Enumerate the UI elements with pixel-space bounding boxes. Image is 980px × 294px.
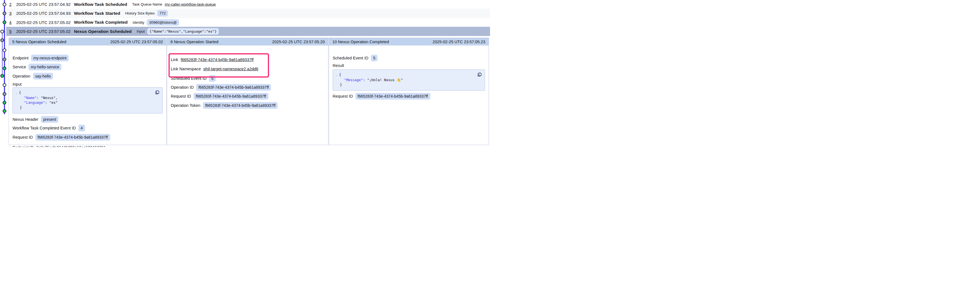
detail-field-badge: f665283f-743e-4374-b45b-9a61a89337ff — [355, 93, 430, 100]
copy-icon[interactable] — [477, 72, 482, 77]
json-key: "Language" — [24, 100, 45, 105]
detail-field-row: Endpointmy-nexus-endpoint — [13, 55, 163, 61]
detail-field-badge: present — [41, 116, 59, 123]
event-row-2[interactable]: 22025-02-25 UTC 23:57:04.92Workflow Task… — [6, 0, 490, 9]
detail-field-row: Workflow Task Completed Event ID4 — [13, 125, 163, 131]
detail-field-row: Operationsay-hello — [13, 73, 163, 79]
timeline-event-dot-completed[interactable] — [3, 21, 6, 24]
detail-field-row: Operation Tokenf665283f-743e-4374-b45b-9… — [171, 102, 325, 109]
detail-field-label: Operation Token — [171, 103, 200, 108]
detail-field-label: Scheduled Event ID — [332, 56, 368, 60]
event-attribute-value[interactable]: my-caller-workflow-task-queue — [165, 2, 216, 6]
timeline-event-dot-scheduled[interactable] — [3, 83, 6, 87]
event-id-link[interactable]: 4 — [9, 20, 16, 25]
copy-icon[interactable] — [155, 90, 160, 95]
json-text — [16, 100, 24, 105]
json-text — [336, 78, 344, 82]
json-code-block: ⌄{ "Name": "Nexus", "Language": "es" } — [13, 87, 163, 113]
detail-panel-body: Linkf665283f-743e-4374-b45b-9a61a89337ff… — [167, 46, 328, 145]
detail-panel-title: 10 Nexus Operation Completed — [332, 40, 389, 44]
detail-panel-title: 6 Nexus Operation Started — [170, 40, 218, 44]
event-row-5[interactable]: 52025-02-25 UTC 23:57:05.02Nexus Operati… — [6, 27, 490, 36]
json-text: : "Nexus", — [37, 96, 57, 100]
json-code-line: ⌄{ — [336, 72, 482, 78]
detail-field-row: Nexus Headerpresent — [13, 116, 163, 123]
detail-field-link[interactable]: 3c0c75ccfa8144b092c13ce632463761 — [36, 145, 106, 147]
json-text — [16, 96, 24, 100]
event-id-link[interactable]: 3 — [9, 11, 16, 16]
json-code-line: "Name": "Nexus", — [16, 95, 160, 100]
detail-panel-3: 10 Nexus Operation Completed2025-02-25 U… — [329, 38, 489, 145]
detail-panel-title: 5 Nexus Operation Scheduled — [12, 40, 66, 44]
event-attribute-label: Input — [137, 29, 145, 33]
timeline-event-dot-started[interactable] — [3, 57, 6, 61]
detail-field-badge: 5 — [371, 55, 377, 61]
detail-field-badge: 4 — [78, 125, 85, 131]
event-name: Workflow Task Scheduled — [74, 2, 127, 7]
detail-field-badge: my-hello-service — [29, 64, 61, 70]
timeline-event-dot-completed[interactable] — [3, 67, 6, 70]
workflow-event-history-view: 22025-02-25 UTC 23:57:04.92Workflow Task… — [0, 0, 490, 147]
detail-field-row: Request IDf665283f-743e-4374-b45b-9a61a8… — [171, 93, 325, 100]
timeline-event-dot-started[interactable] — [3, 12, 6, 15]
timeline-event-dot-scheduled[interactable] — [3, 49, 6, 52]
detail-field-link[interactable]: f665283f-743e-4374-b45b-9a61a89337ff — [181, 57, 254, 62]
json-text: { — [339, 73, 341, 77]
detail-field-label: Operation ID — [171, 85, 194, 89]
event-name: Workflow Task Started — [74, 11, 120, 16]
json-code-line: "Message": "¡Hola! Nexus 👋" — [336, 78, 482, 83]
detail-field-row: Servicemy-hello-service — [13, 64, 163, 70]
detail-field-label: Scheduled Event ID — [171, 76, 207, 81]
detail-field-label: Request ID — [171, 94, 191, 99]
timeline-event-dot-started[interactable] — [0, 38, 4, 42]
json-text: : "¡Hola! Nexus 👋" — [363, 78, 403, 82]
detail-field-row: Endpoint ID3c0c75ccfa8144b092c13ce632463… — [13, 145, 163, 147]
detail-field-badge: say-hello — [33, 73, 53, 79]
json-text: } — [16, 105, 22, 110]
event-attribute-value: {"Name":"Nexus","Language":"es"} — [147, 28, 219, 35]
event-id-link[interactable]: 5 — [9, 29, 16, 34]
json-code-line: } — [336, 82, 482, 87]
collapse-chevron-icon[interactable]: ⌄ — [16, 91, 19, 95]
detail-field-badge: f665283f-743e-4374-b45b-9a61a89337ff — [35, 134, 110, 141]
event-name: Workflow Task Completed — [74, 20, 127, 25]
detail-field-badge: f665283f-743e-4374-b45b-9a61a89337ff — [194, 93, 269, 100]
timeline-event-dot-started[interactable] — [3, 92, 6, 96]
timeline-event-dot-completed[interactable] — [3, 109, 6, 113]
detail-field-row: Request IDf665283f-743e-4374-b45b-9a61a8… — [332, 93, 485, 100]
timeline-event-dot-completed[interactable] — [0, 74, 4, 78]
detail-field-badge: 5 — [209, 75, 216, 82]
detail-field-label: Operation — [13, 74, 30, 78]
detail-panel-timestamp: 2025-02-25 UTC 23:57:05.23 — [433, 40, 485, 44]
detail-field-label: Request ID — [13, 135, 33, 140]
event-attribute-label: Identity — [132, 21, 144, 25]
detail-field-label: Endpoint — [13, 56, 29, 60]
detail-field-badge: f665283f-743e-4374-b45b-9a61a89337ff — [203, 102, 278, 109]
timeline-branch-line — [2, 31, 3, 76]
detail-field-row: Scheduled Event ID5 — [332, 55, 485, 61]
timeline-event-dot-scheduled[interactable] — [3, 3, 6, 6]
timeline-event-dot-scheduled[interactable] — [0, 30, 4, 33]
json-key: "Name" — [24, 96, 37, 100]
event-id-link[interactable]: 2 — [9, 2, 16, 7]
detail-section-label-text: Result — [332, 63, 344, 68]
detail-field-label: Endpoint ID — [13, 145, 34, 147]
event-row-3[interactable]: 32025-02-25 UTC 23:57:04.93Workflow Task… — [6, 9, 490, 18]
detail-panel-2: 6 Nexus Operation Started2025-02-25 UTC … — [167, 38, 328, 145]
event-name: Nexus Operation Scheduled — [74, 29, 132, 34]
detail-field-link[interactable]: phil-target-namespace2.a2dd6 — [204, 67, 258, 71]
event-row-4[interactable]: 42025-02-25 UTC 23:57:05.02Workflow Task… — [6, 18, 490, 27]
detail-section-label: Result — [332, 63, 485, 68]
detail-panel-timestamp: 2025-02-25 UTC 23:57:05.20 — [272, 40, 325, 44]
detail-field-label: Link Namespace — [171, 67, 201, 71]
collapse-chevron-icon[interactable]: ⌄ — [336, 73, 339, 78]
detail-section-label-text: Input — [13, 82, 21, 86]
json-code-line: ⌄{ — [16, 90, 160, 95]
timeline-event-dot-completed[interactable] — [3, 101, 6, 105]
detail-panel-timestamp: 2025-02-25 UTC 23:57:05.02 — [110, 40, 163, 44]
detail-field-label: Link — [171, 57, 178, 62]
event-attribute-label: Task Queue Name — [132, 2, 162, 6]
detail-panel-body: Scheduled Event ID5Result⌄{ "Message": "… — [329, 46, 488, 145]
json-code-block: ⌄{ "Message": "¡Hola! Nexus 👋" } — [332, 70, 485, 91]
detail-field-row: Request IDf665283f-743e-4374-b45b-9a61a8… — [13, 134, 163, 141]
